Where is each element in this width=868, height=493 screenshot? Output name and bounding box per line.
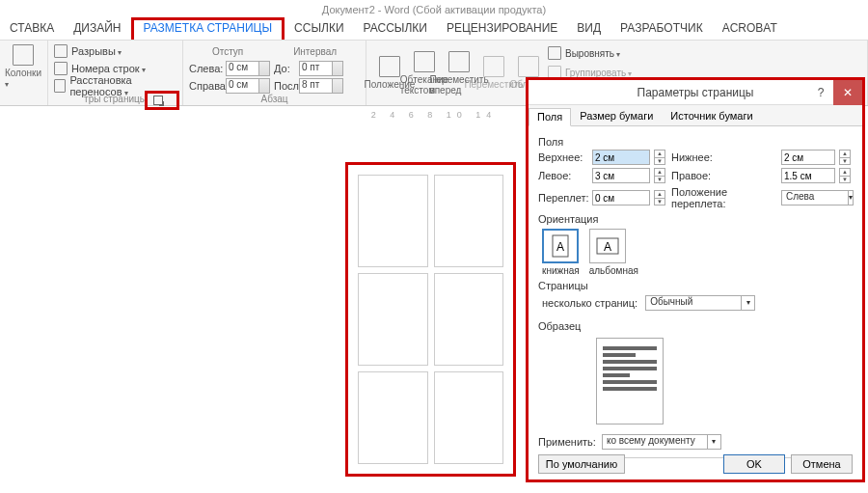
pages-section-label: Страницы — [538, 280, 853, 291]
back-icon — [483, 56, 504, 77]
page-thumb[interactable] — [358, 175, 428, 267]
pane-icon — [518, 56, 539, 77]
page-thumb[interactable] — [434, 273, 504, 366]
page-thumb[interactable] — [358, 273, 428, 366]
dialog-tab-margins[interactable]: Поля — [529, 108, 571, 126]
dialog-close-button[interactable]: ✕ — [833, 80, 862, 105]
bring-forward-button[interactable]: Переместить вперед — [442, 42, 476, 103]
apply-to-select[interactable]: ко всему документу▾ — [602, 434, 721, 450]
margin-left-input[interactable] — [592, 168, 650, 183]
ribbon-tabs: СТАВКА ДИЗАЙН РАЗМЕТКА СТРАНИЦЫ ССЫЛКИ Р… — [0, 19, 868, 41]
multiple-pages-select[interactable]: Обычный▾ — [645, 295, 755, 311]
svg-text:A: A — [556, 240, 564, 254]
dialog-help-button[interactable]: ? — [808, 80, 833, 105]
margins-section-label: Поля — [538, 136, 853, 148]
tab-references[interactable]: ССЫЛКИ — [285, 19, 353, 40]
paragraph-group-label: Абзац — [183, 94, 366, 104]
margin-bottom-spinner[interactable]: ▲▼ — [839, 150, 851, 165]
orientation-section-label: Ориентация — [538, 213, 853, 225]
gutter-spinner[interactable]: ▲▼ — [654, 190, 665, 205]
preview-section-label: Образец — [538, 320, 853, 332]
indent-right-input[interactable]: 0 см — [226, 78, 270, 94]
document-pages-thumbnails — [345, 162, 516, 477]
page-thumb[interactable] — [358, 371, 428, 464]
tab-developer[interactable]: РАЗРАБОТЧИК — [610, 19, 713, 40]
indent-left-input[interactable]: 0 см — [226, 61, 270, 76]
gutter-input[interactable] — [592, 190, 650, 205]
orientation-landscape[interactable]: A альбомная — [589, 229, 638, 276]
align-button[interactable]: Выровнять — [548, 44, 632, 62]
tab-mailings[interactable]: РАССЫЛКИ — [354, 19, 437, 40]
tab-page-layout[interactable]: РАЗМЕТКА СТРАНИЦЫ — [131, 19, 285, 40]
cancel-button[interactable]: Отмена — [791, 454, 853, 474]
send-back-button: Переместить — [476, 42, 511, 103]
margin-top-input[interactable] — [592, 150, 650, 165]
preview-thumbnail — [596, 338, 664, 425]
page-thumb[interactable] — [434, 175, 504, 267]
spacing-before-input[interactable]: 0 пт — [299, 61, 343, 76]
ok-button[interactable]: OK — [723, 454, 785, 474]
margin-right-input[interactable] — [781, 168, 835, 183]
page-setup-dialog: Параметры страницы ? ✕ Поля Размер бумаг… — [526, 77, 865, 482]
tab-acrobat[interactable]: ACROBAT — [713, 19, 787, 40]
page-setup-launcher[interactable] — [145, 91, 179, 110]
hyphenation-icon — [54, 79, 66, 93]
window-title: Документ2 - Word (Сбой активации продукт… — [0, 0, 868, 19]
svg-text:A: A — [604, 240, 611, 254]
page-thumb[interactable] — [434, 371, 504, 464]
breaks-icon — [54, 44, 68, 58]
spacing-after-input[interactable]: 8 пт — [299, 78, 343, 94]
margin-right-spinner[interactable]: ▲▼ — [839, 168, 851, 183]
tab-view[interactable]: ВИД — [567, 19, 610, 40]
breaks-button[interactable]: Разрывы — [54, 42, 176, 60]
dialog-title: Параметры страницы — [637, 86, 754, 99]
orientation-portrait[interactable]: A книжная — [542, 229, 580, 276]
default-button[interactable]: По умолчанию — [538, 454, 625, 474]
tab-vstavka[interactable]: СТАВКА — [0, 19, 64, 40]
line-numbers-icon — [54, 62, 68, 75]
columns-button[interactable]: Колонки — [6, 42, 41, 91]
forward-icon — [448, 51, 470, 72]
tab-design[interactable]: ДИЗАЙН — [64, 19, 130, 40]
margin-bottom-input[interactable] — [781, 150, 835, 165]
margin-top-spinner[interactable]: ▲▼ — [654, 150, 665, 165]
dialog-tab-paper-size[interactable]: Размер бумаги — [571, 107, 662, 125]
margin-left-spinner[interactable]: ▲▼ — [654, 168, 665, 183]
tab-review[interactable]: РЕЦЕНЗИРОВАНИЕ — [437, 19, 567, 40]
gutter-position-select[interactable]: Слева▾ — [781, 190, 853, 205]
columns-icon — [13, 44, 34, 66]
dialog-tabs: Поля Размер бумаги Источник бумаги — [529, 105, 862, 126]
position-icon — [379, 56, 400, 77]
align-icon — [548, 46, 561, 60]
dialog-launcher-icon — [153, 96, 163, 105]
wrap-icon — [414, 51, 435, 72]
dialog-tab-paper-source[interactable]: Источник бумаги — [662, 107, 761, 125]
columns-label: Колонки — [5, 68, 41, 89]
